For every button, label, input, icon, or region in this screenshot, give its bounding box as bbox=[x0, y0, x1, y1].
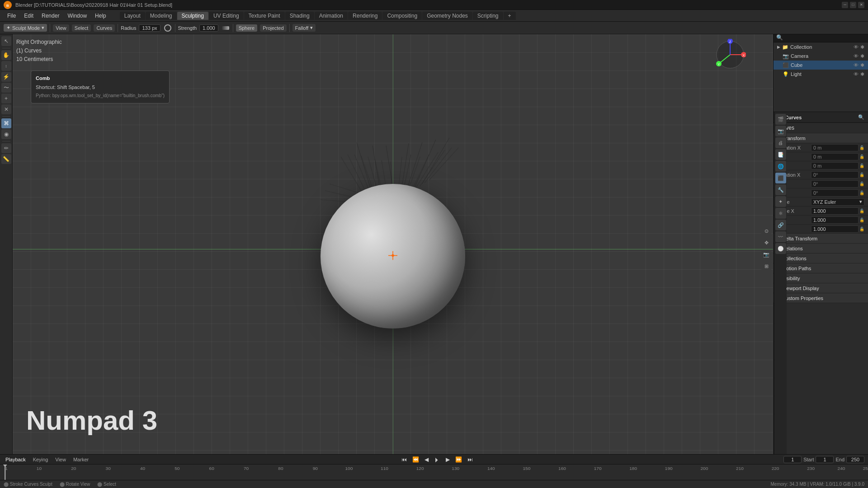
scale-y-lock[interactable]: 🔓 bbox=[859, 218, 864, 222]
rotation-z-lock[interactable]: 🔓 bbox=[859, 191, 864, 195]
scale-x-lock[interactable]: 🔓 bbox=[859, 209, 864, 213]
tab-scene[interactable]: 🎬 bbox=[775, 114, 786, 125]
play-btn[interactable]: ⏵ bbox=[432, 455, 442, 464]
current-frame[interactable]: 1 bbox=[783, 456, 802, 463]
tab-constraints[interactable]: 🔗 bbox=[775, 220, 786, 230]
window-controls[interactable]: ─ □ ✕ bbox=[842, 2, 864, 8]
camera-restrict-icon[interactable]: ✱ bbox=[860, 53, 864, 59]
tool-annotate[interactable]: ✏ bbox=[1, 143, 11, 153]
outliner-search-input[interactable] bbox=[785, 35, 865, 40]
visibility-section[interactable]: ▶ Visibility bbox=[774, 273, 868, 283]
camera-icon[interactable]: 📷 bbox=[761, 250, 771, 260]
location-z-lock[interactable]: 🔓 bbox=[859, 164, 864, 168]
rotation-x-value[interactable]: 0° bbox=[811, 171, 859, 178]
tab-shading[interactable]: Shading bbox=[285, 12, 314, 20]
pan-icon[interactable]: ✥ bbox=[761, 238, 771, 248]
view-label[interactable]: View bbox=[53, 456, 68, 463]
select-menu[interactable]: Select bbox=[72, 24, 91, 32]
menu-edit[interactable]: Edit bbox=[20, 12, 37, 20]
step-back-btn[interactable]: ◀ bbox=[423, 455, 430, 464]
rotation-mode-value[interactable]: XYZ Euler ▾ bbox=[811, 198, 864, 206]
tool-add[interactable]: + bbox=[1, 94, 11, 103]
delta-transform-section[interactable]: ▶ Delta Transform bbox=[774, 234, 868, 244]
tool-pinch[interactable]: ◉ bbox=[1, 129, 11, 139]
scale-x-value[interactable]: 1.000 bbox=[811, 207, 859, 215]
tab-particles[interactable]: ✦ bbox=[775, 196, 786, 207]
next-keyframe-btn[interactable]: ⏩ bbox=[453, 455, 464, 464]
zoom-to-fit-icon[interactable]: ⊙ bbox=[761, 226, 771, 236]
tab-data[interactable]: 〰 bbox=[775, 231, 786, 242]
location-y-lock[interactable]: 🔓 bbox=[859, 155, 864, 159]
keying-label[interactable]: Keying bbox=[31, 456, 50, 463]
outliner-camera[interactable]: 📷 Camera 👁 ✱ bbox=[774, 52, 868, 61]
cube-eye-icon[interactable]: 👁 bbox=[854, 62, 859, 68]
marker-label[interactable]: Marker bbox=[71, 456, 90, 463]
location-z-value[interactable]: 0 m bbox=[811, 162, 859, 169]
tab-render[interactable]: 📷 bbox=[775, 126, 786, 136]
tab-modifier[interactable]: 🔧 bbox=[775, 184, 786, 195]
end-frame[interactable]: 250 bbox=[846, 456, 864, 463]
props-search-icon[interactable]: 🔍 bbox=[858, 114, 864, 120]
step-fwd-btn[interactable]: ▶ bbox=[444, 455, 452, 464]
tab-material[interactable]: ⚪ bbox=[775, 243, 786, 254]
scale-y-value[interactable]: 1.000 bbox=[811, 216, 859, 224]
camera-eye-icon[interactable]: 👁 bbox=[854, 53, 859, 59]
tab-geometry-nodes[interactable]: Geometry Nodes bbox=[422, 12, 472, 20]
close-button[interactable]: ✕ bbox=[858, 2, 864, 8]
maximize-button[interactable]: □ bbox=[850, 2, 856, 8]
radius-value[interactable]: 133 px bbox=[139, 24, 160, 32]
projected-button[interactable]: Projected bbox=[260, 24, 286, 32]
light-restrict-icon[interactable]: ✱ bbox=[860, 71, 864, 77]
tab-modeling[interactable]: Modeling bbox=[146, 12, 177, 20]
rotation-z-value[interactable]: 0° bbox=[811, 189, 859, 197]
collections-section[interactable]: ▶ Collections bbox=[774, 253, 868, 263]
jump-end-btn[interactable]: ⏭ bbox=[466, 455, 475, 464]
tool-grab[interactable]: ✋ bbox=[1, 50, 11, 60]
tab-output[interactable]: 🖨 bbox=[775, 137, 786, 148]
tab-rendering[interactable]: Rendering bbox=[348, 12, 382, 20]
menu-window[interactable]: Window bbox=[64, 12, 90, 20]
tab-texture-paint[interactable]: Texture Paint bbox=[244, 12, 285, 20]
tab-animation[interactable]: Animation bbox=[315, 12, 348, 20]
tab-world[interactable]: 🌐 bbox=[775, 161, 786, 172]
custom-properties-section[interactable]: ▶ Custom Properties bbox=[774, 293, 868, 303]
sculpt-mode-selector[interactable]: ✦ Sculpt Mode ▾ bbox=[4, 24, 47, 32]
tool-smooth[interactable]: 〜 bbox=[1, 83, 11, 93]
playback-label[interactable]: Playback bbox=[4, 456, 28, 463]
tool-active[interactable]: ⌘ bbox=[1, 118, 11, 128]
menu-render[interactable]: Render bbox=[38, 12, 63, 20]
scale-z-value[interactable]: 1.000 bbox=[811, 225, 859, 233]
location-y-value[interactable]: 0 m bbox=[811, 153, 859, 160]
grid-icon[interactable]: ⊞ bbox=[761, 262, 771, 272]
transform-section-header[interactable]: ▼ Transform bbox=[774, 133, 868, 143]
relations-section[interactable]: ▶ Relations bbox=[774, 244, 868, 253]
location-x-value[interactable]: 0 m bbox=[811, 144, 859, 151]
prev-keyframe-btn[interactable]: ⏪ bbox=[410, 455, 421, 464]
outliner-collection[interactable]: ▶ 📁 Collection 👁 ✱ bbox=[774, 42, 868, 52]
tool-comb[interactable]: ⚡ bbox=[1, 72, 11, 82]
restrict-icon[interactable]: ✱ bbox=[860, 44, 864, 50]
tool-select[interactable]: ↖ bbox=[1, 36, 11, 46]
jump-start-btn[interactable]: ⏮ bbox=[400, 455, 409, 464]
menu-help[interactable]: Help bbox=[91, 12, 110, 20]
tab-object[interactable]: ⬛ bbox=[775, 173, 786, 183]
rotation-y-value[interactable]: 0° bbox=[811, 180, 859, 188]
timeline-scrubber[interactable]: 1 10 20 30 40 50 60 70 80 90 100 110 120… bbox=[0, 465, 868, 480]
tab-uv-editing[interactable]: UV Editing bbox=[209, 12, 244, 20]
tab-layout[interactable]: Layout bbox=[120, 12, 145, 20]
eye-icon[interactable]: 👁 bbox=[854, 44, 859, 50]
light-eye-icon[interactable]: 👁 bbox=[854, 71, 859, 77]
falloff-button[interactable]: Falloff ▾ bbox=[292, 24, 316, 32]
location-x-lock[interactable]: 🔓 bbox=[859, 145, 864, 150]
tool-push-pull[interactable]: ↕ bbox=[1, 61, 11, 71]
tab-view-layer[interactable]: 📑 bbox=[775, 149, 786, 160]
rotation-y-lock[interactable]: 🔓 bbox=[859, 182, 864, 186]
motion-paths-section[interactable]: ▶ Motion Paths bbox=[774, 263, 868, 273]
start-frame[interactable]: 1 bbox=[816, 456, 834, 463]
strength-value[interactable]: 1.000 bbox=[199, 24, 218, 32]
tab-physics[interactable]: ⚛ bbox=[775, 208, 786, 219]
viewport-display-section[interactable]: ▶ Viewport Display bbox=[774, 283, 868, 293]
scale-z-lock[interactable]: 🔓 bbox=[859, 227, 864, 231]
tab-scripting[interactable]: Scripting bbox=[473, 12, 503, 20]
tab-sculpting[interactable]: Sculpting bbox=[177, 12, 208, 20]
